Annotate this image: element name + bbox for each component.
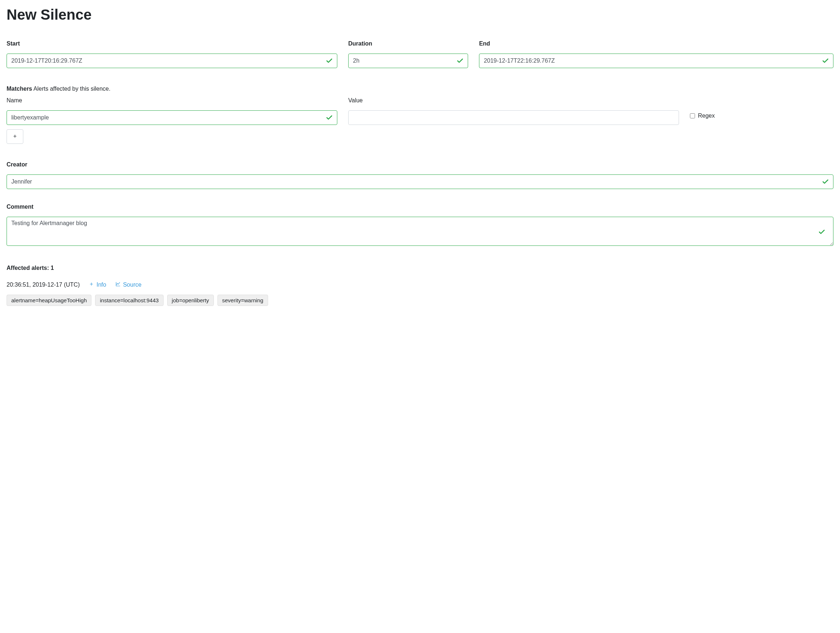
end-label: End (479, 40, 834, 47)
start-input[interactable] (6, 54, 337, 68)
duration-label: Duration (348, 40, 468, 47)
matcher-regex-label: Regex (698, 112, 715, 119)
alert-tag[interactable]: severity=warning (218, 295, 268, 306)
alert-tags: alertname=heapUsageTooHigh instance=loca… (6, 295, 834, 306)
plus-icon (13, 133, 17, 140)
alert-source-link[interactable]: Source (115, 281, 142, 288)
matcher-name-label: Name (6, 97, 337, 104)
end-input[interactable] (479, 54, 834, 68)
creator-input[interactable] (6, 174, 834, 189)
alert-tag[interactable]: instance=localhost:9443 (95, 295, 163, 306)
start-label: Start (6, 40, 337, 47)
creator-label: Creator (6, 161, 834, 168)
plus-icon (88, 281, 94, 288)
matcher-value-label: Value (348, 97, 679, 104)
chart-icon (115, 281, 121, 288)
matcher-regex-checkbox[interactable] (690, 113, 695, 118)
alert-row: 20:36:51, 2019-12-17 (UTC) Info Source (6, 281, 834, 288)
duration-input[interactable] (348, 54, 468, 68)
comment-label: Comment (6, 204, 834, 210)
alert-tag[interactable]: alertname=heapUsageTooHigh (6, 295, 92, 306)
page-title: New Silence (6, 6, 834, 23)
alert-timestamp: 20:36:51, 2019-12-17 (UTC) (6, 281, 80, 288)
matcher-value-input[interactable] (348, 110, 679, 125)
matcher-name-input[interactable] (6, 110, 337, 125)
comment-textarea[interactable] (6, 217, 834, 246)
alert-info-link[interactable]: Info (88, 281, 106, 288)
alert-tag[interactable]: job=openliberty (167, 295, 214, 306)
affected-alerts-header: Affected alerts: 1 (6, 265, 834, 272)
matchers-header: Matchers Alerts affected by this silence… (6, 85, 834, 92)
add-matcher-button[interactable] (6, 129, 23, 144)
